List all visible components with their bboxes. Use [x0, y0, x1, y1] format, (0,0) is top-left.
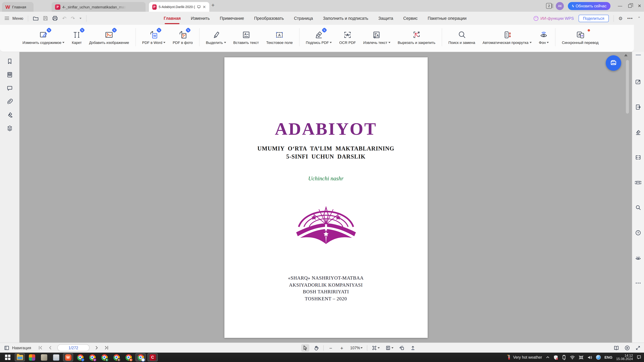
signature-icon[interactable] [6, 112, 13, 118]
layers-icon[interactable] [6, 125, 13, 132]
print-icon[interactable] [52, 16, 58, 21]
sign-pdf-button[interactable]: ϟ Подпись PDF [303, 28, 335, 46]
weather-widget[interactable]: Very hot weather [506, 355, 542, 360]
page-indicator-input[interactable] [57, 344, 90, 351]
zoom-level-button[interactable]: 107% [349, 344, 364, 352]
ribbon-tab-edit[interactable]: Изменить [190, 14, 210, 22]
attachment-icon[interactable] [6, 98, 13, 105]
taskbar-chrome-2[interactable]: U [87, 353, 97, 361]
zoom-out-button[interactable]: − [327, 344, 335, 352]
upload-share-button[interactable] [409, 344, 417, 352]
taskbar-chrome-5[interactable]: A [124, 353, 134, 361]
collapse-ribbon-icon[interactable]: ⌃ [638, 16, 641, 20]
text-box-button[interactable]: A Текстовое поле [263, 28, 296, 46]
zoom-in-button[interactable]: + [338, 344, 346, 352]
edit-content-button[interactable]: ϟ Изменить содержимое [20, 28, 68, 46]
sync-translate-button[interactable]: Aя Синхронный перевод [559, 28, 602, 46]
clock[interactable]: 14:12 15.08.2024 [616, 354, 633, 361]
save-icon[interactable] [43, 16, 48, 21]
close-tab-icon[interactable]: ✕ [202, 5, 206, 9]
volume-icon[interactable] [587, 355, 592, 360]
ai-features-button[interactable]: ИИ-функции WPS [534, 16, 574, 21]
page-layout-button[interactable] [384, 344, 395, 352]
ribbon-tab-home[interactable]: Главная [163, 14, 182, 22]
quick-access-chevron-icon[interactable] [79, 17, 81, 19]
previous-page-button[interactable] [48, 345, 53, 350]
taskbar-file-explorer[interactable] [15, 353, 25, 361]
search-panel-icon[interactable] [635, 205, 641, 211]
ribbon-tab-protect[interactable]: Защита [378, 14, 394, 22]
more-options-icon[interactable]: ••• [627, 16, 633, 21]
notification-center-icon[interactable] [636, 355, 641, 360]
vertical-scrollbar[interactable] [626, 60, 629, 114]
panel-handle[interactable] [636, 55, 641, 55]
pdf-to-word-button[interactable]: Wϟ PDF в Word [139, 28, 168, 46]
find-replace-button[interactable]: Поиск и замена [446, 28, 478, 46]
signature-pen-icon[interactable] [635, 129, 641, 136]
select-tool-button[interactable] [301, 344, 309, 352]
redo-icon[interactable]: ↷ [71, 15, 75, 21]
taskbar-chrome-6[interactable] [136, 353, 146, 361]
taskbar-chrome-4[interactable]: S [111, 353, 122, 361]
main-menu-button[interactable]: Меню [0, 16, 23, 21]
taskbar-wps-office[interactable]: W [63, 353, 73, 361]
insert-text-button[interactable]: A Вставить текст [230, 28, 262, 46]
cut-pin-button[interactable]: Вырезать и закрепить [394, 28, 438, 46]
rotate-page-button[interactable] [398, 344, 406, 352]
security-shield-icon[interactable] [554, 355, 558, 360]
two-column-view-icon[interactable] [635, 154, 641, 161]
fullscreen-icon[interactable] [635, 345, 641, 351]
read-mode-icon[interactable] [614, 345, 619, 351]
undo-icon[interactable]: ↶ [62, 15, 66, 21]
taskbar-chrome-1[interactable] [75, 353, 85, 361]
close-window-button[interactable]: ✕ [638, 3, 641, 8]
highlight-button[interactable]: Выделить [203, 28, 229, 46]
taskbar-media-player[interactable]: C [148, 353, 158, 361]
next-page-button[interactable] [94, 345, 99, 350]
new-tab-button[interactable]: + [211, 2, 215, 9]
minimize-button[interactable]: — [618, 3, 622, 8]
open-file-icon[interactable] [33, 16, 39, 21]
floating-image-tool-button[interactable] [606, 55, 621, 71]
usb-device-icon[interactable] [562, 355, 566, 360]
caret-button[interactable]: ϟ Карет [69, 28, 85, 46]
ribbon-tab-comment[interactable]: Примечание [219, 14, 245, 22]
first-page-button[interactable] [38, 345, 43, 350]
tray-expand-icon[interactable] [546, 355, 550, 359]
start-button[interactable] [3, 353, 13, 361]
avatar[interactable]: АК [556, 2, 564, 10]
comments-icon[interactable] [6, 85, 13, 91]
hand-tool-button[interactable] [312, 344, 320, 352]
background-button[interactable]: Фон [536, 28, 552, 46]
share-button[interactable]: Поделиться [578, 14, 608, 22]
network-wifi-icon[interactable] [570, 355, 575, 360]
bookmarks-icon[interactable] [6, 58, 13, 65]
add-image-button[interactable]: ϟ Добавить изображение [86, 28, 132, 46]
ribbon-tab-convert[interactable]: Преобразовать [254, 14, 284, 22]
pdf-to-photo-button[interactable]: ϟ PDF в фото [170, 28, 196, 46]
edit-panel-icon[interactable] [635, 79, 641, 85]
play-presentation-icon[interactable] [624, 345, 630, 351]
restore-button[interactable] [628, 4, 632, 7]
taskbar-app-graphics[interactable] [27, 353, 37, 361]
language-indicator[interactable]: ENG [604, 355, 612, 359]
ribbon-tab-service[interactable]: Сервис [403, 14, 418, 22]
book-spread-view-icon[interactable] [635, 179, 641, 186]
tab-home[interactable]: W Главная [2, 2, 34, 12]
taskbar-app-tool[interactable] [39, 353, 49, 361]
fit-page-button[interactable] [370, 344, 381, 352]
taskbar-app-monitor[interactable] [51, 353, 61, 361]
tab-document-active[interactable]: P 5-Adabiyot.Darlik-2020 (2).pdf ✕ [149, 2, 209, 12]
settings-gear-icon[interactable]: ⚙ [618, 15, 622, 21]
auto-scroll-button[interactable]: Автоматическая прокрутка [480, 28, 534, 46]
scroll-up-arrow[interactable] [624, 54, 628, 56]
document-viewport[interactable]: ADABIYOT UMUMIY O‘RTA TA’LIM MAKTABLARIN… [20, 52, 632, 343]
more-tools-icon[interactable] [635, 280, 641, 286]
cast-screen-icon[interactable] [578, 355, 584, 360]
tab-document-2[interactable]: P 4-_sinflar_uchun_matematikadan_mas [52, 2, 146, 12]
navigation-panel-icon[interactable] [4, 345, 10, 351]
export-document-icon[interactable] [635, 104, 641, 110]
eye-protection-icon[interactable] [635, 255, 641, 261]
ocr-pdf-button[interactable]: A OCR PDF [336, 28, 359, 46]
ribbon-tab-batch[interactable]: Пакетные операции [427, 14, 467, 22]
